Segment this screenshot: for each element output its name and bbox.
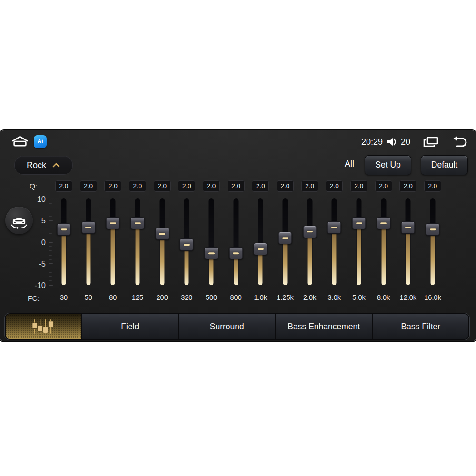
slider-handle[interactable] (426, 223, 440, 236)
q-value-box: 2.0 (350, 180, 367, 192)
home-icon (10, 135, 30, 148)
slider-handle-dash (208, 252, 215, 254)
frequency-label: 800 (230, 294, 242, 301)
slider-handle[interactable] (352, 217, 366, 229)
back-icon[interactable] (451, 136, 467, 148)
scope-all-toggle[interactable]: All (339, 159, 360, 170)
head-unit-screen: Ai 20:29 20 (0, 130, 476, 341)
q-value-box: 2.0 (228, 180, 245, 192)
setup-button[interactable]: Set Up (365, 155, 411, 175)
status-volume-level: 20 (401, 137, 410, 147)
db-axis-tick (49, 263, 53, 264)
slider-handle[interactable] (254, 243, 268, 255)
slider-handle-dash (356, 222, 362, 224)
db-axis-tick (49, 216, 52, 217)
slider-handle-dash (380, 222, 387, 224)
chevron-up-icon (52, 162, 60, 168)
slider-handle-dash (135, 222, 141, 224)
slider-handle[interactable] (377, 217, 390, 229)
slider-handle[interactable] (57, 223, 71, 236)
tab-label: Surround (210, 322, 244, 332)
tab-bass-filter[interactable]: Bass Filter (372, 314, 469, 339)
db-axis-tick (49, 238, 52, 238)
home-button[interactable] (10, 135, 30, 148)
q-row-label: Q: (30, 181, 37, 191)
slider-handle-dash (85, 227, 91, 228)
db-axis-tick (49, 233, 52, 234)
slider-track[interactable] (61, 198, 67, 285)
frequency-label: 320 (181, 294, 192, 301)
db-axis-tick (49, 259, 52, 260)
slider-handle-dash (159, 233, 165, 235)
slider-handle[interactable] (81, 221, 95, 234)
slider-track[interactable] (357, 198, 362, 285)
frequency-label: 80 (109, 294, 117, 301)
q-value-box: 2.0 (301, 180, 318, 192)
q-value-box: 2.0 (424, 180, 441, 192)
car-sound-field-icon (9, 211, 29, 230)
status-time: 20:29 (361, 137, 383, 147)
db-axis-tick (49, 285, 53, 286)
q-value-box: 2.0 (80, 180, 97, 192)
slider-handle[interactable] (106, 217, 120, 229)
frequency-label: 30 (60, 294, 68, 301)
db-axis-tick (49, 199, 53, 200)
bottom-tab-bar: FieldSurroundBass EnhancementBass Filter (5, 313, 469, 340)
q-value-box: 2.0 (129, 180, 146, 192)
slider-handle-dash (282, 238, 288, 239)
q-value-box: 2.0 (399, 180, 416, 192)
slider-track[interactable] (332, 198, 337, 285)
db-axis-tick (49, 250, 52, 251)
q-value-box: 2.0 (252, 180, 269, 192)
sound-field-button[interactable] (5, 207, 33, 234)
slider-track[interactable] (430, 198, 436, 285)
frequency-label: 500 (206, 294, 217, 301)
frequency-label: 125 (132, 294, 143, 301)
slider-track[interactable] (159, 198, 165, 285)
slider-handle[interactable] (401, 221, 415, 234)
preset-dropdown-label: Rock (27, 160, 46, 170)
frequency-label: 200 (157, 294, 168, 301)
slider-track[interactable] (406, 198, 411, 285)
slider-track[interactable] (307, 198, 312, 285)
frequency-label: 3.0k (328, 294, 341, 301)
slider-handle[interactable] (131, 217, 145, 229)
q-value-box: 2.0 (154, 180, 171, 192)
frequency-label: 5.0k (352, 294, 365, 301)
status-bar: Ai 20:29 20 (0, 133, 476, 149)
db-axis-tick (49, 212, 52, 213)
db-axis-tick (49, 280, 52, 281)
slider-track[interactable] (381, 198, 386, 285)
preset-dropdown[interactable]: Rock (14, 156, 73, 175)
slider-track[interactable] (86, 198, 91, 285)
tab-field[interactable]: Field (81, 314, 178, 339)
slider-track[interactable] (233, 198, 238, 285)
tab-label: Bass Enhancement (288, 322, 360, 332)
q-value-box: 2.0 (375, 180, 392, 192)
slider-handle[interactable] (278, 232, 292, 244)
db-axis-label: -5 (17, 259, 46, 268)
slider-handle[interactable] (229, 247, 243, 259)
frequency-label: 1.25k (277, 294, 293, 301)
slider-track[interactable] (258, 198, 263, 285)
db-axis-label: 0 (17, 238, 46, 247)
slider-track[interactable] (135, 198, 140, 285)
default-button[interactable]: Default (421, 155, 468, 175)
frequency-label: 1.0k (254, 294, 267, 301)
recent-apps-icon[interactable] (423, 136, 439, 148)
slider-handle[interactable] (327, 221, 341, 234)
slider-handle[interactable] (303, 226, 317, 238)
tab-equalizer[interactable] (6, 314, 81, 339)
tab-bass-enhancement[interactable]: Bass Enhancement (275, 314, 372, 339)
q-value-box: 2.0 (55, 180, 72, 192)
db-axis-tick (49, 203, 52, 204)
slider-handle[interactable] (180, 238, 194, 251)
slider-handle[interactable] (155, 228, 169, 240)
tab-surround[interactable]: Surround (178, 314, 275, 339)
slider-handle-dash (331, 227, 337, 228)
slider-handle[interactable] (205, 247, 218, 259)
tab-label: Bass Filter (401, 322, 440, 332)
slider-track[interactable] (110, 198, 116, 285)
ai-assistant-icon[interactable]: Ai (34, 135, 47, 148)
slider-track[interactable] (209, 198, 214, 285)
